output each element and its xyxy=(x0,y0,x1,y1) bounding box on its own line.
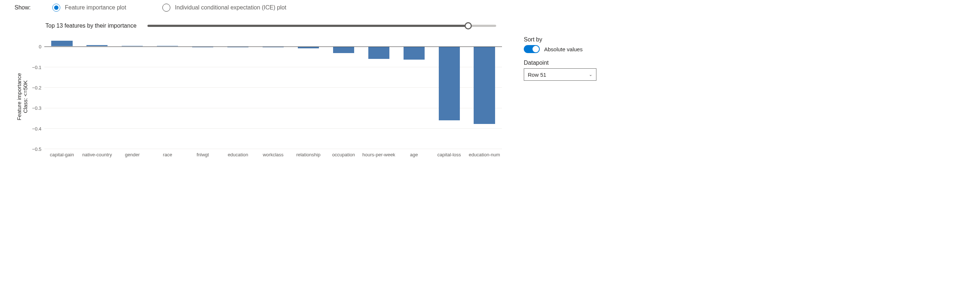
sort-absolute-toggle[interactable] xyxy=(524,45,540,53)
side-panel: Sort by Absolute values Datapoint Row 51… xyxy=(524,37,604,158)
sort-by-label: Sort by xyxy=(524,37,604,43)
x-tick-label: education xyxy=(221,152,256,158)
y-axis-ticks: 0−0.1−0.2−0.3−0.4−0.5 xyxy=(30,37,44,149)
bar[interactable] xyxy=(474,46,495,124)
y-axis-title: Feature importance Class: <=50K xyxy=(14,73,30,120)
x-axis-ticks: capital-gainnative-countrygenderracefnlw… xyxy=(44,152,502,158)
bar[interactable] xyxy=(404,46,425,60)
x-tick-label: age xyxy=(396,152,431,158)
radio-icon xyxy=(52,4,60,12)
bar[interactable] xyxy=(439,46,460,120)
radio-feature-importance[interactable]: Feature importance plot xyxy=(52,4,126,12)
radio-label: Feature importance plot xyxy=(65,4,126,11)
datapoint-label: Datapoint xyxy=(524,60,604,66)
slider-title: Top 13 features by their importance xyxy=(45,22,137,29)
show-label: Show: xyxy=(14,4,30,11)
x-tick-label: fnlwgt xyxy=(185,152,221,158)
x-tick-label: workclass xyxy=(256,152,291,158)
x-tick-label: education-num xyxy=(467,152,502,158)
radio-icon xyxy=(162,4,170,12)
top-k-slider[interactable] xyxy=(148,25,496,27)
show-radio-group: Show: Feature importance plot Individual… xyxy=(14,4,980,12)
datapoint-value: Row 51 xyxy=(528,72,546,78)
main-row: Feature importance Class: <=50K 0−0.1−0.… xyxy=(14,37,980,158)
datapoint-select[interactable]: Row 51 ⌄ xyxy=(524,68,597,81)
slider-thumb-icon[interactable] xyxy=(465,22,472,29)
bar[interactable] xyxy=(157,46,178,46)
x-tick-label: hours-per-week xyxy=(361,152,396,158)
x-tick-label: relationship xyxy=(291,152,326,158)
toggle-label: Absolute values xyxy=(544,46,582,53)
x-tick-label: race xyxy=(150,152,185,158)
radio-ice-plot[interactable]: Individual conditional expectation (ICE)… xyxy=(162,4,286,12)
chevron-down-icon: ⌄ xyxy=(589,72,592,77)
toggle-knob-icon xyxy=(533,46,539,53)
bar[interactable] xyxy=(122,46,143,46)
bar[interactable] xyxy=(333,46,354,53)
x-tick-label: native-country xyxy=(80,152,115,158)
bar[interactable] xyxy=(368,46,390,59)
x-tick-label: capital-gain xyxy=(44,152,80,158)
radio-label: Individual conditional expectation (ICE)… xyxy=(175,4,286,11)
x-tick-label: gender xyxy=(115,152,150,158)
bar[interactable] xyxy=(51,41,72,46)
top-k-slider-row: Top 13 features by their importance xyxy=(45,22,980,29)
feature-importance-chart[interactable] xyxy=(44,37,502,149)
bar[interactable] xyxy=(86,45,108,46)
x-tick-label: capital-loss xyxy=(431,152,467,158)
x-tick-label: occupation xyxy=(326,152,361,158)
